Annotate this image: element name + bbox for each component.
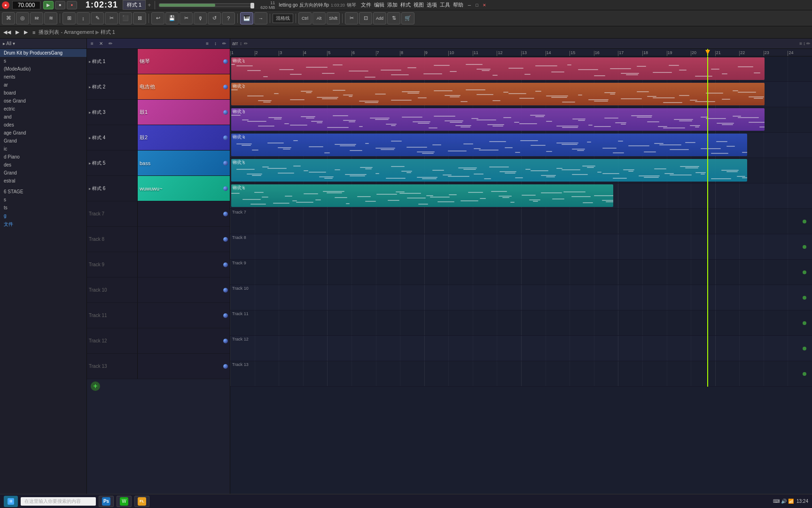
tool-move[interactable]: ↕ [77, 12, 90, 24]
volume-knob-7[interactable] [223, 212, 228, 216]
taskbar-app-ps[interactable]: Ps [99, 496, 114, 507]
instrument-col-10[interactable] [138, 278, 230, 302]
volume-knob-12[interactable] [223, 339, 228, 343]
breadcrumb-playlist[interactable]: 播放列表 - Arrangement [39, 29, 94, 36]
channel-header-btn2[interactable]: ✕ [97, 40, 105, 47]
pattern-name-10[interactable]: Track 10 [87, 278, 138, 302]
volume-knob-11[interactable] [223, 313, 228, 318]
browser-item-drumkit[interactable]: Drum Kit by ProducersGang [0, 49, 86, 57]
pattern-name-5[interactable]: ▸ 样式 5 [87, 151, 138, 175]
volume-knob-2[interactable] [223, 85, 228, 89]
cut2-btn[interactable]: ✂ [345, 12, 358, 24]
arr-track-row-2[interactable]: 样式 2样式 2 [230, 82, 812, 107]
pattern-block-2-0[interactable]: 样式 2 [231, 83, 765, 105]
instrument-col-2[interactable]: 电吉他 [138, 74, 230, 99]
tool-erase[interactable]: ⊠ [133, 12, 146, 24]
arr-zoom-in[interactable]: ↕ [240, 41, 242, 46]
tool-cut[interactable]: ✂ [180, 12, 193, 24]
tool-edit[interactable]: ✎ [91, 12, 104, 24]
arr-tool-3[interactable]: ✏ [806, 41, 810, 46]
arr-track-row-6[interactable]: 样式 6样式 6 [230, 183, 812, 209]
menu-help[interactable]: 帮助 [453, 1, 463, 8]
arr-track-row-9[interactable]: Track 9 [230, 260, 812, 285]
tool-loop2[interactable]: ↺ [208, 12, 221, 24]
tool-paint[interactable]: ⬛ [119, 12, 132, 24]
menu-pattern[interactable]: 样式 [400, 1, 411, 8]
track-dot-7[interactable] [803, 220, 806, 223]
browser-item-file[interactable]: 文件 [0, 220, 86, 229]
close-button[interactable]: ✕ [481, 2, 488, 8]
menu-tools[interactable]: 工具 [440, 1, 450, 8]
browser-item-1[interactable]: s [0, 57, 86, 65]
track-dot-11[interactable] [803, 321, 806, 325]
arr-zoom-out[interactable]: ✏ [244, 41, 248, 46]
stop-button[interactable]: ■ [55, 1, 65, 9]
add-track-button[interactable]: + [91, 381, 100, 391]
browser-item-15[interactable]: Grand [0, 169, 86, 177]
menu-view[interactable]: 视图 [414, 1, 424, 8]
pattern-block-3-0[interactable]: 样式 3 [231, 108, 765, 131]
pattern-name-6[interactable]: ▸ 样式 6 [87, 176, 138, 201]
track-dot-13[interactable] [803, 372, 806, 376]
instrument-col-7[interactable] [138, 201, 230, 226]
tool-wave[interactable]: ≋ [44, 12, 57, 24]
arr-track-row-12[interactable]: Track 12 [230, 336, 812, 361]
arr-track-row-7[interactable]: Track 7 [230, 209, 812, 234]
channel-header-btnb[interactable]: ↕ [212, 40, 219, 47]
pattern-block-6-0[interactable]: 样式 6 [231, 184, 613, 207]
play-button[interactable]: ▶ [43, 1, 54, 9]
pattern-selector[interactable]: 样式 1 [123, 0, 146, 10]
tempo-display[interactable]: 70.000 [12, 1, 40, 9]
volume-knob-3[interactable] [223, 110, 228, 115]
arrangement-ruler[interactable]: 123456789101112131415161718192021222324 [230, 49, 812, 56]
volume-knob-1[interactable] [223, 59, 228, 64]
arr-track-row-13[interactable]: Track 13 [230, 361, 812, 387]
pattern-name-2[interactable]: ▸ 样式 2 [87, 74, 138, 99]
track-dot-9[interactable] [803, 270, 806, 274]
menu-add[interactable]: 添加 [387, 1, 398, 8]
step-seq-btn[interactable]: → [254, 12, 267, 24]
arr-tool-2[interactable]: ↕ [803, 41, 805, 46]
browser-item-18[interactable]: 6 STAGE [0, 188, 86, 196]
browser-item-13[interactable]: d Piano [0, 153, 86, 161]
alt-btn[interactable]: Alt [312, 12, 326, 24]
instrument-col-5[interactable]: bass [138, 151, 230, 175]
copy-btn[interactable]: ⊡ [359, 12, 372, 24]
breadcrumb-pattern[interactable]: 样式 1 [101, 29, 115, 36]
channel-header-btn1[interactable]: ≡ [89, 40, 95, 47]
ctrl-btn[interactable]: Ctrl [298, 12, 312, 24]
browser-header[interactable]: ▸ All ▾ [0, 39, 86, 49]
arr-track-row-3[interactable]: 样式 3样式 3 [230, 107, 812, 133]
arr-track-row-11[interactable]: Track 11 [230, 310, 812, 336]
mixer-label[interactable]: 混格线 [273, 14, 293, 23]
arr-track-row-4[interactable]: 样式 4样式 4 [230, 133, 812, 158]
minimize-button[interactable]: ─ [466, 2, 473, 8]
tool-undo[interactable]: ↩ [151, 12, 164, 24]
cart-btn[interactable]: 🛒 [401, 12, 414, 24]
pattern-name-9[interactable]: Track 9 [87, 252, 138, 277]
tool-question[interactable]: ? [222, 12, 235, 24]
volume-knob-5[interactable] [223, 161, 228, 166]
instrument-col-11[interactable] [138, 303, 230, 328]
browser-item-12[interactable]: ic [0, 145, 86, 153]
browser-item-14[interactable]: des [0, 161, 86, 169]
progress-handle[interactable] [250, 3, 254, 8]
instrument-col-12[interactable] [138, 328, 230, 353]
pattern-block-1-0[interactable]: 样式 1 [231, 57, 765, 80]
pattern-name-4[interactable]: ▸ 样式 4 [87, 125, 138, 150]
tool-snap[interactable]: ⌘ [2, 12, 15, 24]
pattern-block-5-0[interactable]: 样式 5 [231, 159, 747, 182]
pattern-name-12[interactable]: Track 12 [87, 328, 138, 353]
browser-item-10[interactable]: age Grand [0, 129, 86, 137]
browser-item-4[interactable]: ar [0, 81, 86, 89]
channel-header-btn3[interactable]: ✏ [107, 40, 114, 47]
arr-track-row-1[interactable]: 样式 1样式 1 [230, 56, 812, 82]
tool-numbers[interactable]: 32 [30, 12, 43, 24]
browser-item-11[interactable]: Grand [0, 137, 86, 145]
taskbar-app-fl[interactable]: FL [134, 496, 149, 507]
taskbar-app-wechat[interactable]: W [117, 496, 132, 507]
instrument-col-1[interactable]: 钢琴 [138, 49, 230, 74]
instrument-col-9[interactable] [138, 252, 230, 277]
pattern-block-4-0[interactable]: 样式 4 [231, 134, 747, 156]
browser-item-19[interactable]: s [0, 196, 86, 204]
